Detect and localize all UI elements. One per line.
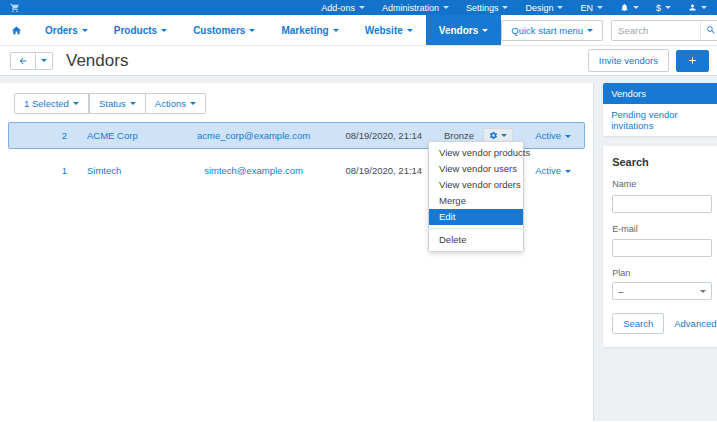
vendor-email-link[interactable]: acme_corp@example.com	[197, 130, 310, 141]
nav-item-orders[interactable]: Orders	[32, 15, 101, 45]
plan-select[interactable]: –	[612, 282, 712, 300]
gear-context-menu: View vendor products View vendor users V…	[428, 141, 524, 252]
topbar-menu-settings[interactable]: Settings	[466, 3, 509, 13]
caret-down-icon	[587, 29, 593, 32]
page-title: Vendors	[66, 51, 128, 71]
caret-down-icon	[82, 29, 88, 32]
caret-down-icon	[633, 6, 639, 9]
status-filter-dropdown[interactable]: Status	[89, 93, 146, 114]
caret-down-icon	[407, 29, 413, 32]
gear-icon	[489, 131, 498, 140]
plan-field-label: Plan	[612, 268, 712, 278]
caret-down-icon	[249, 29, 255, 32]
vendor-status-dropdown[interactable]: Active	[522, 130, 584, 141]
vendor-date: 08/19/2020, 21:14	[310, 165, 422, 176]
menu-item-edit[interactable]: Edit	[429, 209, 523, 225]
name-field[interactable]	[612, 195, 712, 213]
menu-item-view-vendor-users[interactable]: View vendor users	[429, 161, 523, 177]
topbar-menu-administration[interactable]: Administration	[382, 3, 449, 13]
nav-item-marketing[interactable]: Marketing	[268, 15, 351, 45]
cart-icon[interactable]	[10, 3, 20, 13]
admin-page: Add-ons Administration Settings Design E…	[0, 0, 717, 422]
vendor-name-link[interactable]: ACME Corp	[67, 130, 197, 141]
notifications-menu[interactable]	[620, 3, 639, 12]
caret-down-icon	[665, 6, 671, 9]
home-icon[interactable]	[0, 15, 32, 45]
back-button[interactable]	[10, 52, 36, 70]
sidebar-search-title: Search	[612, 156, 712, 168]
menu-divider	[429, 228, 523, 229]
invite-vendors-button[interactable]: Invite vendors	[588, 49, 669, 72]
back-button-group	[10, 52, 53, 70]
topbar-menu-language[interactable]: EN	[580, 3, 603, 13]
add-vendor-button[interactable]	[676, 50, 709, 72]
currency-menu[interactable]: $	[656, 3, 671, 13]
page-toolbar: Vendors Invite vendors	[0, 46, 717, 76]
topbar-menu-addons[interactable]: Add-ons	[321, 3, 365, 13]
sidebar-search-card: Search Name E-mail Plan – Search Advance…	[603, 146, 717, 347]
actions-dropdown[interactable]: Actions	[146, 93, 206, 114]
back-history-button[interactable]	[36, 52, 53, 70]
name-field-label: Name	[612, 179, 712, 189]
nav-item-products[interactable]: Products	[101, 15, 180, 45]
top-bar: Add-ons Administration Settings Design E…	[0, 0, 717, 15]
caret-down-icon	[73, 102, 79, 105]
nav-item-website[interactable]: Website	[352, 15, 426, 45]
nav-right-tools: Quick start menu	[501, 15, 717, 45]
plan-select-value: –	[618, 286, 696, 297]
sidebar-item-pending-invitations[interactable]: Pending vendor invitations	[603, 104, 717, 136]
search-input[interactable]	[612, 21, 700, 40]
back-arrow-icon	[18, 56, 28, 66]
main-nav-bar: Orders Products Customers Marketing Webs…	[0, 15, 717, 46]
caret-down-icon	[701, 6, 707, 9]
email-field[interactable]	[612, 239, 712, 257]
vendors-list-panel: 1 Selected Status Actions 2 ACME Corp ac…	[0, 83, 594, 421]
email-field-label: E-mail	[612, 224, 712, 234]
caret-down-icon	[482, 29, 488, 32]
sidebar-item-vendors[interactable]: Vendors	[603, 83, 717, 104]
menu-item-merge[interactable]: Merge	[429, 193, 523, 209]
quick-start-menu-button[interactable]: Quick start menu	[501, 20, 603, 41]
advanced-search-link[interactable]: Advanced search	[674, 318, 717, 329]
caret-down-icon	[333, 29, 339, 32]
caret-down-icon	[161, 29, 167, 32]
caret-down-icon	[502, 6, 508, 9]
nav-item-vendors-active[interactable]: Vendors	[426, 15, 501, 45]
caret-down-icon	[557, 6, 563, 9]
content-area: 1 Selected Status Actions 2 ACME Corp ac…	[0, 76, 717, 421]
bell-icon	[620, 3, 629, 12]
filter-bar: 1 Selected Status Actions	[14, 93, 585, 114]
caret-down-icon	[443, 6, 449, 9]
selected-count-dropdown[interactable]: 1 Selected	[14, 93, 89, 114]
vendor-date: 08/19/2020, 21:14	[310, 130, 422, 141]
plus-icon	[687, 55, 698, 66]
right-sidebar: Vendors Pending vendor invitations Searc…	[594, 76, 717, 421]
caret-down-icon	[190, 102, 196, 105]
menu-item-delete[interactable]: Delete	[429, 232, 523, 248]
user-icon	[688, 3, 697, 12]
search-icon[interactable]	[700, 21, 717, 40]
caret-down-icon	[41, 59, 47, 62]
menu-item-view-vendor-orders[interactable]: View vendor orders	[429, 177, 523, 193]
caret-down-icon	[501, 134, 507, 137]
vendor-plan: Bronze	[422, 130, 474, 141]
account-menu[interactable]	[688, 3, 707, 12]
sidebar-nav-card: Vendors Pending vendor invitations	[603, 83, 717, 136]
nav-item-customers[interactable]: Customers	[180, 15, 268, 45]
vendor-id: 1	[9, 165, 67, 176]
vendor-id: 2	[9, 130, 67, 141]
topbar-menu-design[interactable]: Design	[525, 3, 563, 13]
menu-item-view-vendor-products[interactable]: View vendor products	[429, 145, 523, 161]
caret-down-icon	[565, 170, 571, 173]
caret-down-icon	[359, 6, 365, 9]
vendor-name-link[interactable]: Simtech	[67, 165, 197, 176]
caret-down-icon	[130, 102, 136, 105]
caret-down-icon	[700, 290, 706, 293]
global-search-box	[611, 20, 717, 41]
caret-down-icon	[597, 6, 603, 9]
vendor-status-dropdown[interactable]: Active	[522, 165, 584, 176]
sidebar-search-button[interactable]: Search	[612, 313, 664, 334]
caret-down-icon	[565, 135, 571, 138]
vendor-email-link[interactable]: simtech@example.com	[197, 165, 310, 176]
sidebar-search-actions: Search Advanced search	[612, 313, 712, 334]
